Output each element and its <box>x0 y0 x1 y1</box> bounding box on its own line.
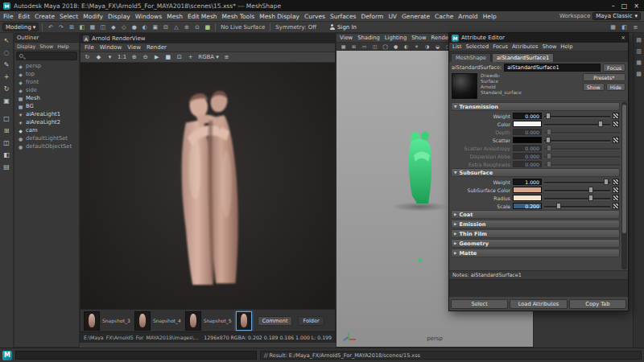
outliner-item-defaultobjectset[interactable]: ●defaultObjectSet <box>14 142 79 150</box>
color-swatch[interactable] <box>513 121 542 127</box>
material-sample-swatch[interactable] <box>452 73 477 99</box>
zoom-ratio-label[interactable]: 1:1 <box>118 53 126 62</box>
shelf-icon-2[interactable]: ⊞ <box>67 23 76 31</box>
ae-menu-focus[interactable]: Focus <box>493 43 508 50</box>
region-render-icon[interactable]: ⊡ <box>175 53 183 62</box>
renderview-menu-window[interactable]: Window <box>100 44 122 51</box>
xray-icon[interactable]: ◒ <box>434 42 441 51</box>
section-header-geometry[interactable]: ▶Geometry <box>451 239 620 248</box>
ae-menu-attributes[interactable]: Attributes <box>512 43 539 50</box>
wireframe-icon[interactable]: ◯ <box>382 42 389 51</box>
menu-edit[interactable]: Edit <box>19 13 31 20</box>
texture-map-button[interactable] <box>613 195 619 201</box>
shelf-icon-5[interactable]: ◫ <box>98 23 107 31</box>
attribute-editor-icon[interactable]: ▥ <box>635 47 643 56</box>
shelf-icon-15[interactable]: ■ <box>203 23 212 31</box>
slider-handle[interactable] <box>547 161 551 167</box>
layout-four-pane-icon[interactable]: ⊞ <box>1 125 12 136</box>
snapshot-thumb-1[interactable] <box>84 311 100 331</box>
shelf-icon-12[interactable]: △ <box>171 23 180 31</box>
snap-grid-icon[interactable]: ⊞ <box>350 42 357 51</box>
lasso-tool-icon[interactable]: ◌ <box>1 47 12 58</box>
outliner-item-top[interactable]: ◆top <box>14 70 79 78</box>
shelf-icon-7[interactable]: ◇ <box>119 23 128 31</box>
shelf-icon-3[interactable]: ◧ <box>77 23 86 31</box>
focus-button[interactable]: Focus <box>603 64 625 72</box>
outliner-item-mesh[interactable]: ▦Mesh <box>14 94 79 102</box>
snapshot-thumb-3[interactable] <box>185 311 201 331</box>
zoom-out-icon[interactable]: ⊖ <box>142 53 149 62</box>
workspace-dropdown[interactable]: Maya Classic ▾ <box>592 12 641 20</box>
menu-help[interactable]: Help <box>483 13 497 20</box>
attr-slider[interactable] <box>544 195 610 202</box>
ae-menu-selected[interactable]: Selected <box>466 43 489 50</box>
node-name-field[interactable]: aiStandardSurface1 <box>504 64 601 72</box>
panel-layout-icon[interactable]: ◧ <box>620 23 629 31</box>
attr-slider[interactable] <box>544 187 610 194</box>
attr-slider[interactable] <box>544 203 610 210</box>
value-field[interactable]: 0.000 <box>513 129 542 135</box>
outliner-search-input[interactable] <box>16 51 77 60</box>
show-button[interactable]: Show <box>583 83 605 91</box>
outliner-item-cam[interactable]: ◆cam <box>14 126 79 134</box>
menu-display[interactable]: Display <box>108 13 130 20</box>
menu-cache[interactable]: Cache <box>435 13 453 20</box>
symmetry-status[interactable]: Symmetry: Off <box>274 24 318 31</box>
small-selected-object[interactable] <box>419 258 422 262</box>
menu-generate[interactable]: Generate <box>402 13 430 20</box>
outliner-item-aiarealight2[interactable]: ☀aiAreaLight2 <box>14 118 79 126</box>
shelf-icon-6[interactable]: ◆ <box>109 23 118 31</box>
slider-handle[interactable] <box>546 113 551 119</box>
minimize-button[interactable]: – <box>612 2 615 10</box>
renderview-menu-file[interactable]: File <box>85 44 94 51</box>
slider-handle[interactable] <box>547 129 551 135</box>
viewport-menu-lighting[interactable]: Lighting <box>385 35 407 41</box>
attr-slider[interactable] <box>544 179 610 186</box>
snapshot-icon[interactable]: + <box>187 53 194 62</box>
texture-map-button[interactable] <box>613 121 619 127</box>
scale-tool-icon[interactable]: ▣ <box>1 95 12 106</box>
layout-single-pane-icon[interactable]: □ <box>1 113 12 124</box>
slider-handle[interactable] <box>588 195 593 201</box>
hide-button[interactable]: Hide <box>606 83 625 91</box>
mel-command-input[interactable] <box>15 351 257 360</box>
menu-set-selector[interactable]: Modeling ▾ <box>2 23 39 31</box>
textured-icon[interactable]: ◐ <box>402 42 410 51</box>
menu-mesh-display[interactable]: Mesh Display <box>259 13 299 20</box>
slider-handle[interactable] <box>547 145 551 151</box>
outliner-menu-display[interactable]: Display <box>17 43 35 49</box>
aov-select[interactable]: RGBA ▾ <box>198 53 219 62</box>
menu-curves[interactable]: Curves <box>304 13 325 20</box>
snapshot-thumb-2[interactable] <box>134 311 151 331</box>
section-header-emission[interactable]: ▶Emission <box>451 220 620 228</box>
outliner-item-bg[interactable]: ▦BG <box>14 102 79 110</box>
ae-button-copy-tab[interactable]: Copy Tab <box>569 299 626 309</box>
ae-menu-show[interactable]: Show <box>543 43 557 50</box>
value-field[interactable]: 0.000 <box>513 145 542 151</box>
menu-uv[interactable]: UV <box>388 13 397 20</box>
shelf-icon-0[interactable]: ↶ <box>46 23 55 31</box>
snapshot-thumb-4[interactable] <box>236 311 252 331</box>
outliner-item-side[interactable]: ◆side <box>14 86 79 94</box>
menu-modify[interactable]: Modify <box>83 13 103 20</box>
shelf-icon-9[interactable]: ◐ <box>140 23 149 31</box>
presets-button[interactable]: Presets* <box>583 73 625 81</box>
shelf-icon-10[interactable]: ▣ <box>151 23 159 31</box>
shelf-icon-4[interactable]: ▦ <box>88 23 97 31</box>
tab-meshshape[interactable]: MeshShape <box>451 53 491 62</box>
color-swatch[interactable] <box>513 187 542 193</box>
display-menu-icon[interactable]: ≡ <box>223 53 230 62</box>
ae-menu-help[interactable]: Help <box>560 43 572 50</box>
comment-button[interactable]: Comment <box>258 316 293 326</box>
menu-deform[interactable]: Deform <box>361 13 383 20</box>
outliner-item-aiarealight1[interactable]: ☀aiAreaLight1 <box>14 110 79 118</box>
shadows-icon[interactable]: ◑ <box>423 42 431 51</box>
attr-slider[interactable] <box>544 121 610 128</box>
slider-handle[interactable] <box>546 137 551 143</box>
ae-button-select[interactable]: Select <box>451 299 508 309</box>
color-swatch[interactable] <box>513 137 542 143</box>
lighting-icon[interactable]: ☀ <box>413 42 420 51</box>
texture-map-button[interactable] <box>613 203 619 209</box>
value-field[interactable]: 1.000 <box>513 179 542 185</box>
value-field[interactable]: 0.000 <box>513 153 542 159</box>
